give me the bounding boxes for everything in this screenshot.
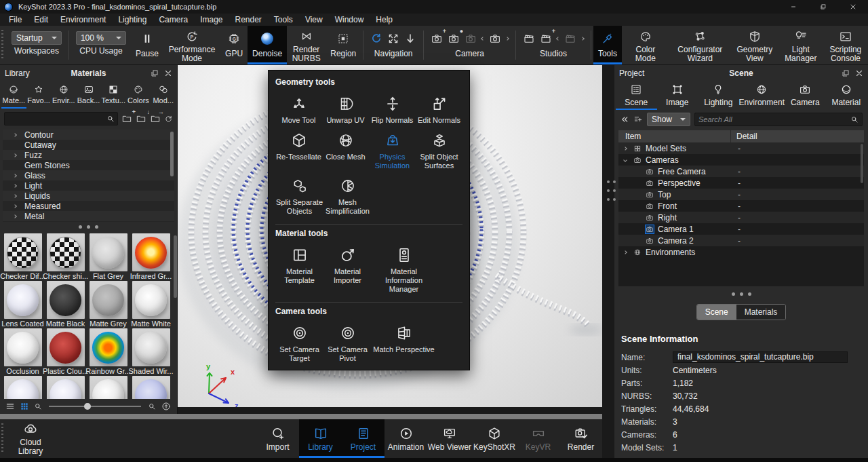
web-viewer-button[interactable]: Web Viewer	[427, 419, 472, 458]
close-panel-icon[interactable]	[855, 69, 863, 77]
panel-splitter-handle[interactable]	[614, 289, 868, 299]
tab-scene[interactable]: Scene	[616, 81, 657, 110]
navigation-pan-icon[interactable]	[387, 33, 399, 45]
workspaces-group[interactable]: Startup Workspaces	[7, 26, 66, 64]
close-panel-icon[interactable]	[164, 69, 172, 77]
re-tessellate-button[interactable]: Re-Tessellate	[275, 132, 322, 170]
tree-row-perspective[interactable]: Perspective-	[618, 177, 864, 189]
navigation-group[interactable]: Navigation	[366, 26, 421, 64]
add-folder-button[interactable]: +	[121, 113, 132, 124]
scene-tree[interactable]: Item Detail Model Sets- Cameras Free Cam…	[618, 130, 864, 286]
next-camera-button[interactable]	[505, 37, 509, 41]
studio-list-button[interactable]	[564, 33, 576, 45]
mesh-simplification-button[interactable]: Mesh Simplification	[323, 177, 372, 216]
tab-models[interactable]: Mod...	[151, 81, 176, 109]
tree-item-fuzz[interactable]: Fuzz	[3, 150, 174, 160]
navigation-orbit-icon[interactable]	[370, 33, 382, 45]
previous-studio-button[interactable]	[556, 37, 560, 41]
physics-simulation-button[interactable]: Physics Simulation	[369, 132, 416, 170]
geometry-view-button[interactable]: Geometry View	[731, 26, 778, 64]
next-studio-button[interactable]	[580, 37, 585, 41]
material-thumbnail[interactable]: Occlusion	[3, 328, 43, 376]
library-search-box[interactable]	[4, 112, 118, 126]
menu-tools[interactable]: Tools	[268, 14, 299, 26]
material-thumbnail[interactable]: Flat Grey	[88, 233, 128, 281]
material-thumbnail[interactable]: Plastic Clou...	[45, 328, 85, 376]
menu-image[interactable]: Image	[194, 14, 229, 26]
material-thumbnail[interactable]: Matte White	[131, 281, 171, 328]
project-search-box[interactable]	[694, 113, 863, 126]
tab-textures[interactable]: Textu...	[101, 81, 126, 109]
slider-knob[interactable]	[84, 403, 91, 410]
menu-lighting[interactable]: Lighting	[112, 14, 153, 26]
move-tool-button[interactable]: Move Tool	[275, 95, 322, 125]
camera-settings-button[interactable]	[465, 33, 477, 45]
set-camera-pivot-button[interactable]: Set Camera Pivot	[323, 324, 372, 363]
menu-view[interactable]: View	[299, 14, 329, 26]
denoise-button[interactable]: Denoise	[248, 26, 287, 64]
animation-button[interactable]: Animation	[384, 419, 427, 458]
toggle-materials-button[interactable]: Materials	[736, 305, 786, 320]
material-template-button[interactable]: Material Template	[275, 246, 323, 294]
library-dock-button[interactable]: Library	[299, 419, 342, 458]
tree-scrollbar[interactable]	[170, 132, 174, 176]
material-thumbnail[interactable]: Lens Coated	[3, 281, 43, 328]
menu-environment[interactable]: Environment	[54, 14, 112, 26]
gpu-button[interactable]: GPU	[220, 26, 248, 64]
scripting-console-button[interactable]: Scripting Console	[823, 26, 868, 64]
material-thumbnail[interactable]: Rainbow Gr...	[88, 328, 128, 376]
tree-item-liquids[interactable]: Liquids	[3, 191, 174, 201]
tree-row-top[interactable]: Top-	[618, 189, 864, 200]
tree-row-free-camera[interactable]: Free Camera-	[618, 166, 864, 177]
import-folder-button[interactable]: ↓	[136, 113, 146, 124]
previous-camera-button[interactable]	[481, 37, 485, 41]
cpu-usage-dropdown[interactable]: 100 %	[76, 31, 126, 45]
export-folder-button[interactable]: →	[150, 113, 161, 124]
show-filter-dropdown[interactable]: Show	[647, 113, 690, 126]
studio-icon[interactable]	[523, 33, 535, 45]
pause-button[interactable]: Pause	[131, 26, 163, 64]
region-button[interactable]: Region	[326, 26, 361, 64]
material-category-tree[interactable]: Contour Cutaway Fuzz Gem Stones Glass Li…	[3, 130, 174, 222]
list-view-icon[interactable]	[5, 402, 15, 411]
minimize-button[interactable]	[778, 0, 808, 14]
zoom-out-icon[interactable]	[34, 402, 42, 410]
tab-environment[interactable]: Environment	[739, 81, 785, 110]
tree-item-metal[interactable]: Metal	[3, 211, 174, 221]
expand-tree-icon[interactable]	[633, 115, 643, 124]
material-thumbnail[interactable]: Checker shi...	[45, 233, 85, 281]
toggle-scene-button[interactable]: Scene	[697, 305, 736, 320]
flip-normals-button[interactable]: Flip Normals	[369, 95, 416, 125]
render-nurbs-button[interactable]: Render NURBS	[287, 26, 326, 64]
performance-mode-button[interactable]: Performance Mode	[163, 26, 220, 64]
upload-cloud-icon[interactable]	[161, 401, 172, 412]
keyshotxr-button[interactable]: KeyShotXR	[472, 419, 517, 458]
material-thumbnail-partial[interactable]	[88, 376, 128, 399]
unwrap-uv-button[interactable]: Unwrap UV	[322, 95, 369, 125]
color-mode-button[interactable]: Color Mode	[622, 26, 669, 64]
collapse-all-icon[interactable]	[620, 115, 629, 124]
tab-backplates[interactable]: Back...	[76, 81, 101, 109]
menu-render[interactable]: Render	[229, 14, 268, 26]
split-object-surfaces-button[interactable]: Split Object Surfaces	[416, 132, 462, 170]
material-thumbnail-partial[interactable]	[3, 376, 43, 399]
render-button[interactable]: Render	[559, 419, 602, 458]
workspaces-dropdown[interactable]: Startup	[12, 31, 62, 45]
tree-row-environments[interactable]: Environments	[618, 246, 864, 258]
panel-splitter-handle[interactable]	[607, 180, 616, 201]
material-thumbnail-partial[interactable]	[45, 376, 85, 399]
add-studio-button[interactable]: +	[540, 33, 552, 45]
tab-material[interactable]: Material	[826, 81, 867, 110]
tree-row-model-sets[interactable]: Model Sets-	[618, 142, 864, 154]
thumbnail-size-slider[interactable]	[49, 406, 141, 407]
tab-favorites[interactable]: Favo...	[26, 81, 52, 109]
menu-edit[interactable]: Edit	[28, 14, 54, 26]
material-information-manager-button[interactable]: Material Information Manager	[372, 246, 436, 294]
tree-row-camera-2[interactable]: Camera 2-	[618, 235, 864, 246]
configurator-wizard-button[interactable]: Configurator Wizard	[669, 26, 731, 64]
material-thumbnail[interactable]: Shaded Wir...	[131, 328, 171, 376]
project-search-input[interactable]	[698, 115, 848, 123]
tab-colors[interactable]: Colors	[126, 81, 151, 109]
material-thumbnail[interactable]: Infrared Gr...	[131, 233, 171, 281]
refresh-icon[interactable]	[164, 114, 173, 123]
